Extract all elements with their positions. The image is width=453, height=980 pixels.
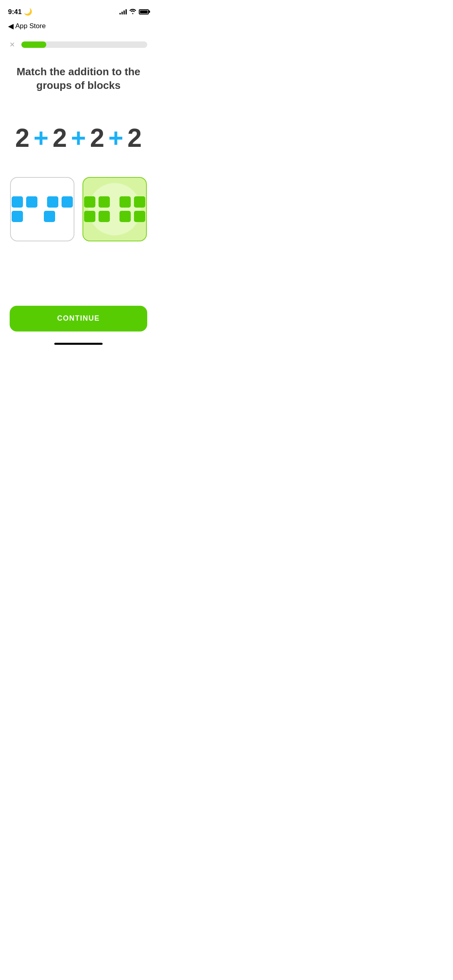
eq-num-2: 2 [53,123,67,153]
progress-bar [21,41,147,48]
block [119,211,131,222]
home-indicator [0,340,157,350]
question-text: Match the addition to the groups of bloc… [13,65,144,93]
status-bar: 9:41 🌙 [0,0,157,20]
block [84,196,95,208]
close-button[interactable]: × [10,40,15,49]
block [84,211,95,222]
cards-section [0,177,157,257]
block [47,196,58,208]
left-row-2 [12,211,73,222]
block [119,196,131,208]
selection-circle [89,183,141,235]
block [134,211,145,222]
question-section: Match the addition to the groups of bloc… [0,56,157,99]
back-label: App Store [15,22,46,30]
spacer [26,211,41,222]
spacer [41,196,44,208]
wifi-icon [129,8,136,15]
eq-num-1: 2 [15,123,30,153]
back-chevron-icon: ◀ [8,22,14,31]
continue-section: CONTINUE [0,306,157,340]
back-button[interactable]: ◀ App Store [8,22,46,31]
progress-section: × [0,34,157,56]
block [12,211,23,222]
spacer [113,196,116,208]
block [44,211,55,222]
equation-section: 2 + 2 + 2 + 2 [0,99,157,177]
right-row-1 [84,196,145,208]
block [99,211,110,222]
answer-card-right[interactable] [82,177,147,241]
nav-bar: ◀ App Store [0,20,157,34]
eq-plus-1: + [33,123,48,153]
block [26,196,37,208]
spacer [113,211,116,222]
block [62,196,73,208]
left-blocks-grid [12,196,73,222]
eq-plus-3: + [108,123,123,153]
block [99,196,110,208]
continue-button[interactable]: CONTINUE [10,306,147,331]
time-label: 9:41 [8,8,22,16]
signal-icon [119,9,127,14]
answer-card-left[interactable] [10,177,74,241]
status-icons [119,8,149,15]
progress-fill [21,41,47,48]
eq-num-3: 2 [90,123,105,153]
block [134,196,145,208]
status-time: 9:41 🌙 [8,8,32,16]
left-row-1 [12,196,73,208]
block [12,196,23,208]
battery-icon [139,9,149,14]
moon-icon: 🌙 [24,8,32,16]
eq-num-4: 2 [128,123,142,153]
right-blocks-grid [84,196,145,222]
home-bar [54,343,103,345]
spacer-area [0,257,157,306]
right-row-2 [84,211,145,222]
eq-plus-2: + [71,123,86,153]
